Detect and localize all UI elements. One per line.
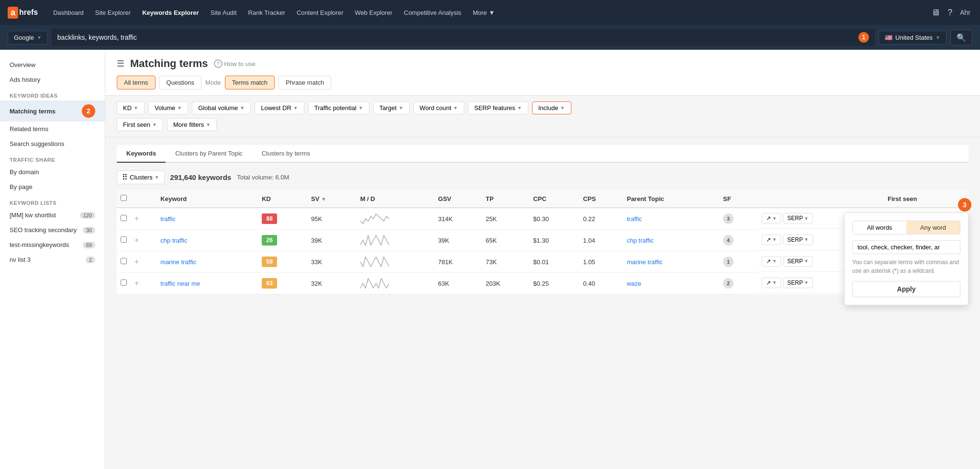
col-sv[interactable]: SV ▼	[307, 190, 356, 208]
filter-more-filters[interactable]: More filters ▼	[167, 118, 217, 131]
col-kd[interactable]: KD	[258, 190, 307, 208]
nav-more[interactable]: More ▼	[467, 0, 501, 25]
sidebar-item-ads-history[interactable]: Ads history	[0, 72, 105, 87]
tab-questions[interactable]: Questions	[159, 76, 202, 89]
search-button[interactable]: 🔍	[950, 30, 972, 45]
nav-site-audit[interactable]: Site Audit	[205, 0, 243, 25]
add-icon[interactable]: +	[134, 279, 139, 287]
sidebar-item-overview[interactable]: Overview	[0, 57, 105, 72]
sub-tab-keywords[interactable]: Keywords	[117, 145, 166, 163]
row-checkbox[interactable]	[121, 236, 127, 243]
parent-topic-link[interactable]: waze	[627, 280, 641, 287]
row-parent-topic-cell: waze	[623, 273, 719, 294]
country-selector-button[interactable]: 🇺🇸 United States ▼	[879, 31, 947, 45]
sidebar-item-by-domain[interactable]: By domain	[0, 165, 105, 179]
col-sf: SF	[719, 190, 758, 208]
filter-traffic-potential[interactable]: Traffic potential ▼	[308, 101, 369, 114]
apply-button[interactable]: Apply	[852, 281, 960, 297]
serp-action-button[interactable]: SERP ▼	[783, 256, 813, 267]
word-filter-tabs: All words Any word	[852, 221, 960, 234]
nav-rank-tracker[interactable]: Rank Tracker	[243, 0, 291, 25]
keyword-link[interactable]: traffic	[160, 215, 176, 223]
parent-topic-link[interactable]: traffic	[627, 215, 642, 223]
page-title: Matching terms	[130, 57, 208, 70]
sidebar-item-seo-tracking[interactable]: SEO tracking secondary 30	[0, 223, 105, 237]
logo[interactable]: a hrefs	[8, 7, 38, 19]
keyword-link[interactable]: chp traffic	[160, 237, 187, 244]
monitor-icon[interactable]: 🖥	[929, 6, 942, 20]
sub-tab-clusters-parent[interactable]: Clusters by Parent Topic	[166, 145, 252, 163]
nav-content-explorer[interactable]: Content Explorer	[291, 0, 349, 25]
add-icon[interactable]: +	[134, 236, 139, 244]
filter-first-seen[interactable]: First seen ▼	[117, 118, 163, 131]
nav-links: Dashboard Site Explorer Keywords Explore…	[47, 0, 501, 25]
trend-action-button[interactable]: ↗ ▼	[762, 213, 781, 223]
filter-lowest-dr[interactable]: Lowest DR ▼	[255, 101, 304, 114]
hamburger-icon[interactable]: ☰	[117, 58, 124, 69]
row-cps-cell: 0.40	[579, 273, 623, 294]
col-keyword[interactable]: Keyword	[156, 190, 258, 208]
search-engine-button[interactable]: Google ▼	[8, 31, 48, 45]
nav-keywords-explorer[interactable]: Keywords Explorer	[136, 0, 205, 25]
word-filter-all-words[interactable]: All words	[853, 221, 906, 234]
sidebar-item-test-missing[interactable]: test-missingkeywords 69	[0, 237, 105, 252]
sidebar-item-by-page[interactable]: By page	[0, 179, 105, 194]
trend-action-button[interactable]: ↗ ▼	[762, 234, 781, 245]
nv-list-badge: 2	[86, 257, 95, 263]
sidebar-item-search-suggestions[interactable]: Search suggestions	[0, 136, 105, 151]
table-row: + traffic 88 95K 314K 25K $0.30 0.22 tra…	[117, 208, 969, 230]
include-dropdown: All words Any word You can separate term…	[844, 212, 969, 305]
serp-action-button[interactable]: SERP ▼	[783, 278, 813, 288]
row-checkbox-cell	[117, 251, 131, 273]
trend-action-button[interactable]: ↗ ▼	[762, 256, 781, 267]
row-gsv-cell: 314K	[434, 208, 482, 230]
add-icon[interactable]: +	[134, 257, 139, 266]
word-filter-input[interactable]	[852, 240, 960, 254]
tab-terms-match[interactable]: Terms match	[225, 76, 275, 89]
parent-topic-link[interactable]: marine traffic	[627, 258, 663, 266]
filter-volume[interactable]: Volume ▼	[148, 101, 188, 114]
serp-action-button[interactable]: SERP ▼	[783, 234, 813, 245]
nav-competitive-analysis[interactable]: Competitive Analysis	[398, 0, 467, 25]
nav-site-explorer[interactable]: Site Explorer	[89, 0, 136, 25]
row-checkbox[interactable]	[121, 258, 127, 264]
row-checkbox-cell	[117, 230, 131, 251]
include-badge-3: 3	[955, 198, 971, 212]
keywords-count: 291,640 keywords	[170, 173, 232, 181]
how-to-use-link[interactable]: ? How to use	[214, 59, 256, 68]
filter-word-count[interactable]: Word count ▼	[413, 101, 464, 114]
engine-chevron-icon: ▼	[37, 35, 42, 40]
row-checkbox[interactable]	[121, 279, 127, 286]
clusters-button[interactable]: ⠿ Clusters ▼	[117, 170, 165, 184]
filter-serp-features[interactable]: SERP features ▼	[468, 101, 528, 114]
keyword-link[interactable]: traffic near me	[160, 280, 200, 287]
tab-all-terms[interactable]: All terms	[117, 76, 156, 89]
serp-action-button[interactable]: SERP ▼	[783, 213, 813, 223]
filter-global-volume[interactable]: Global volume ▼	[192, 101, 251, 114]
col-cpc: CPC	[529, 190, 579, 208]
sidebar-item-matching-terms[interactable]: Matching terms 2	[0, 100, 105, 122]
add-icon[interactable]: +	[134, 214, 139, 223]
sidebar-item-nv-list[interactable]: nv list 3 2	[0, 252, 105, 267]
word-filter-any-word[interactable]: Any word	[906, 221, 960, 234]
sidebar-item-kw-shortlist[interactable]: [MM] kw shortlist 120	[0, 208, 105, 223]
row-checkbox[interactable]	[121, 215, 127, 221]
search-input[interactable]	[57, 34, 858, 41]
help-icon[interactable]: ?	[946, 6, 954, 20]
filter-target[interactable]: Target ▼	[373, 101, 410, 114]
serp-chevron-icon: ▼	[804, 280, 809, 285]
trend-chevron-icon: ▼	[772, 258, 777, 264]
parent-topic-link[interactable]: chp traffic	[627, 237, 654, 244]
help-circle-icon: ?	[214, 59, 223, 68]
nav-web-explorer[interactable]: Web Explorer	[349, 0, 398, 25]
select-all-checkbox[interactable]	[121, 195, 127, 201]
user-avatar[interactable]: Ahr	[958, 7, 972, 18]
keyword-link[interactable]: marine traffic	[160, 258, 196, 266]
nav-dashboard[interactable]: Dashboard	[47, 0, 89, 25]
filter-kd[interactable]: KD ▼	[117, 101, 145, 114]
tab-phrase-match[interactable]: Phrase match	[278, 76, 331, 89]
trend-action-button[interactable]: ↗ ▼	[762, 278, 781, 288]
filter-include[interactable]: Include ▼	[532, 101, 571, 114]
sub-tab-clusters-terms[interactable]: Clusters by terms	[252, 145, 320, 163]
sidebar-item-related-terms[interactable]: Related terms	[0, 122, 105, 136]
